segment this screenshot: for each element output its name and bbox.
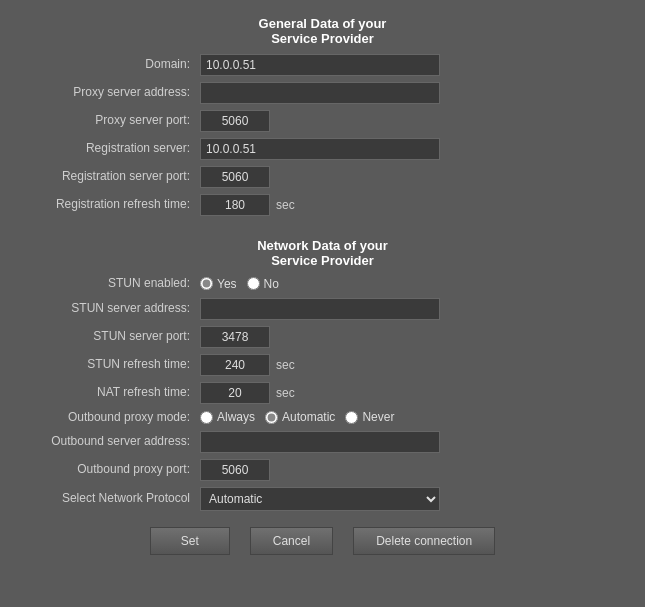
proxy-address-label: Proxy server address: <box>10 85 200 101</box>
outbound-always-radio[interactable]: Always <box>200 410 255 424</box>
proxy-address-input[interactable] <box>200 82 440 104</box>
stun-address-input[interactable] <box>200 298 440 320</box>
outbound-always-label: Always <box>217 410 255 424</box>
general-section-header: General Data of your Service Provider <box>0 10 645 54</box>
network-section-header: Network Data of your Service Provider <box>0 232 645 276</box>
nat-refresh-label: NAT refresh time: <box>10 385 200 401</box>
domain-label: Domain: <box>10 57 200 73</box>
reg-server-port-label: Registration server port: <box>10 169 200 185</box>
reg-refresh-row: Registration refresh time: sec <box>0 194 645 216</box>
outbound-mode-label: Outbound proxy mode: <box>10 410 200 426</box>
outbound-never-label: Never <box>362 410 394 424</box>
proxy-address-row: Proxy server address: <box>0 82 645 104</box>
stun-yes-radio[interactable]: Yes <box>200 277 237 291</box>
reg-server-label: Registration server: <box>10 141 200 157</box>
stun-no-radio-input[interactable] <box>247 277 260 290</box>
stun-no-label: No <box>264 277 279 291</box>
stun-refresh-input[interactable] <box>200 354 270 376</box>
stun-enabled-row: STUN enabled: Yes No <box>0 276 645 292</box>
proxy-port-input[interactable] <box>200 110 270 132</box>
reg-server-input[interactable] <box>200 138 440 160</box>
stun-port-row: STUN server port: <box>0 326 645 348</box>
stun-no-radio[interactable]: No <box>247 277 279 291</box>
reg-server-row: Registration server: <box>0 138 645 160</box>
outbound-address-label: Outbound server address: <box>10 434 200 450</box>
network-protocol-select[interactable]: Automatic IPv4 IPv6 <box>200 487 440 511</box>
proxy-port-label: Proxy server port: <box>10 113 200 129</box>
stun-yes-label: Yes <box>217 277 237 291</box>
outbound-mode-row: Outbound proxy mode: Always Automatic Ne… <box>0 410 645 426</box>
reg-refresh-unit: sec <box>276 198 295 212</box>
stun-address-label: STUN server address: <box>10 301 200 317</box>
network-protocol-row: Select Network Protocol Automatic IPv4 I… <box>0 487 645 511</box>
set-button[interactable]: Set <box>150 527 230 555</box>
domain-input[interactable] <box>200 54 440 76</box>
stun-yes-radio-input[interactable] <box>200 277 213 290</box>
reg-server-port-row: Registration server port: <box>0 166 645 188</box>
outbound-automatic-radio-input[interactable] <box>265 411 278 424</box>
footer-buttons: Set Cancel Delete connection <box>0 527 645 567</box>
outbound-mode-radio-group: Always Automatic Never <box>200 410 394 424</box>
outbound-port-row: Outbound proxy port: <box>0 459 645 481</box>
delete-connection-button[interactable]: Delete connection <box>353 527 495 555</box>
outbound-address-input[interactable] <box>200 431 440 453</box>
nat-refresh-row: NAT refresh time: sec <box>0 382 645 404</box>
outbound-automatic-label: Automatic <box>282 410 335 424</box>
stun-refresh-label: STUN refresh time: <box>10 357 200 373</box>
proxy-port-row: Proxy server port: <box>0 110 645 132</box>
outbound-never-radio[interactable]: Never <box>345 410 394 424</box>
outbound-automatic-radio[interactable]: Automatic <box>265 410 335 424</box>
network-protocol-label: Select Network Protocol <box>10 491 200 507</box>
stun-enabled-label: STUN enabled: <box>10 276 200 292</box>
outbound-never-radio-input[interactable] <box>345 411 358 424</box>
reg-refresh-label: Registration refresh time: <box>10 197 200 213</box>
outbound-port-input[interactable] <box>200 459 270 481</box>
stun-port-input[interactable] <box>200 326 270 348</box>
stun-refresh-unit: sec <box>276 358 295 372</box>
main-container: General Data of your Service Provider Do… <box>0 0 645 577</box>
nat-refresh-unit: sec <box>276 386 295 400</box>
stun-port-label: STUN server port: <box>10 329 200 345</box>
domain-row: Domain: <box>0 54 645 76</box>
outbound-address-row: Outbound server address: <box>0 431 645 453</box>
cancel-button[interactable]: Cancel <box>250 527 333 555</box>
stun-address-row: STUN server address: <box>0 298 645 320</box>
reg-refresh-input[interactable] <box>200 194 270 216</box>
outbound-port-label: Outbound proxy port: <box>10 462 200 478</box>
outbound-always-radio-input[interactable] <box>200 411 213 424</box>
stun-enabled-radio-group: Yes No <box>200 277 279 291</box>
nat-refresh-input[interactable] <box>200 382 270 404</box>
reg-server-port-input[interactable] <box>200 166 270 188</box>
stun-refresh-row: STUN refresh time: sec <box>0 354 645 376</box>
